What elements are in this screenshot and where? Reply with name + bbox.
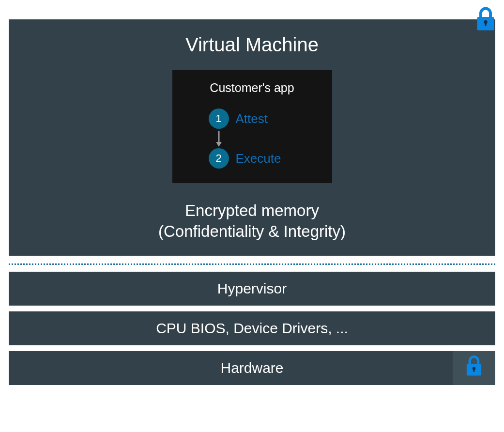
bios-label: CPU BIOS, Device Drivers, ...	[156, 320, 348, 336]
hypervisor-label: Hypervisor	[217, 280, 287, 296]
arrow-down-icon	[209, 130, 229, 147]
vm-title: Virtual Machine	[185, 34, 319, 56]
trust-boundary-divider	[9, 263, 495, 265]
customer-app-box: Customer's app 1 Attest 2 Execute	[172, 70, 332, 183]
encrypted-memory-text: Encrypted memory (Confidentiality & Inte…	[158, 201, 346, 242]
encrypted-line1: Encrypted memory	[158, 201, 346, 221]
lock-icon	[461, 354, 487, 382]
encrypted-line2: (Confidentiality & Integrity)	[158, 221, 346, 242]
app-title: Customer's app	[210, 81, 294, 95]
hardware-lock-box	[453, 351, 495, 385]
step-execute: 2 Execute	[209, 148, 281, 169]
svg-marker-4	[216, 142, 222, 147]
svg-rect-7	[473, 369, 474, 372]
svg-rect-2	[485, 22, 487, 26]
step-attest: 1 Attest	[209, 108, 268, 129]
bios-layer: CPU BIOS, Device Drivers, ...	[9, 311, 495, 345]
virtual-machine-box: Virtual Machine Customer's app 1 Attest …	[9, 19, 495, 256]
step-number-1: 1	[209, 108, 229, 129]
hypervisor-layer: Hypervisor	[9, 272, 495, 306]
step-number-2: 2	[209, 148, 229, 169]
steps-list: 1 Attest 2 Execute	[209, 108, 281, 169]
lock-icon	[471, 5, 500, 34]
hardware-layer: Hardware	[9, 351, 495, 385]
hardware-label: Hardware	[220, 360, 283, 376]
step-label-execute: Execute	[236, 151, 281, 166]
diagram-container: Virtual Machine Customer's app 1 Attest …	[9, 5, 495, 385]
step-label-attest: Attest	[236, 111, 268, 126]
